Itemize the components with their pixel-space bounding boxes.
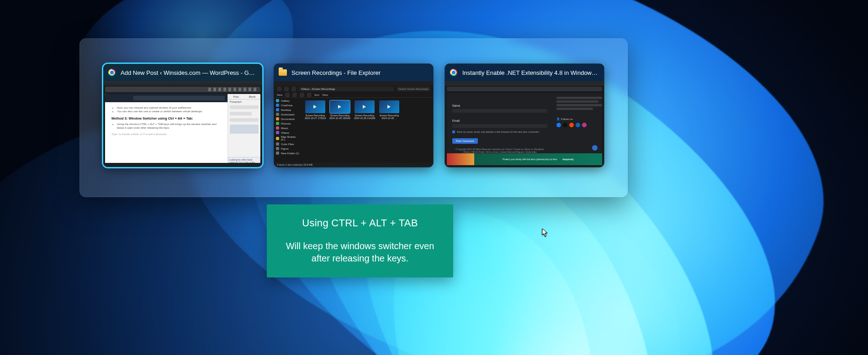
sidebar-link <box>556 97 602 99</box>
chrome-icon <box>450 68 458 77</box>
window-titlebar: Screen Recordings - File Explorer <box>274 64 433 81</box>
explorer-file-grid: Screen Recording 2024-10-27 173018Screen… <box>302 98 433 162</box>
file-item: Screen Recording 2024-10-28 214258 <box>354 100 376 120</box>
preview-hint: Type / to choose a block, or /? to add a… <box>111 133 221 136</box>
copyright: © Copyright 2024. All Rights Reserved | … <box>452 148 547 154</box>
ad-banner: Protect your family with the best cybers… <box>447 153 602 165</box>
file-item: Screen Recording 2024-10-28 192050 <box>329 100 351 120</box>
nav-item: Downloads <box>276 113 300 116</box>
toolbar-view: View <box>322 94 328 96</box>
sidebar-link <box>556 108 593 110</box>
window-title: Screen Recordings - File Explorer <box>291 69 429 76</box>
nav-item: Music <box>276 126 300 130</box>
status-bar: 4 items 1 item selected 18.8 MB <box>274 162 433 167</box>
window-preview: Name Email Save my name, email, and webs… <box>445 81 604 167</box>
forward-icon <box>284 87 289 91</box>
search-input: Search Screen Recordings <box>397 87 430 91</box>
preview-text: Using the shortcut CTRL + ALT + TAB keys… <box>117 122 221 130</box>
back-icon <box>277 87 281 91</box>
toolbar-sort: Sort <box>314 94 319 96</box>
scroll-to-top-button <box>592 145 598 151</box>
switcher-window-article[interactable]: Instantly Enable .NET Extensibility 4.8 … <box>445 64 604 167</box>
chrome-icon <box>108 68 116 77</box>
social-icons <box>556 123 598 127</box>
window-titlebar: Add New Post ‹ Winsides.com — WordPress … <box>103 64 262 81</box>
instruction-caption: Using CTRL + ALT + TAB Will keep the win… <box>267 204 453 277</box>
nav-item: Figma <box>276 147 300 150</box>
window-preview: Videos › Screen Recordings Search Screen… <box>274 81 433 167</box>
sidebar-tab: Post <box>228 94 244 99</box>
preview-text: Now, you can choose any opened window of… <box>117 106 221 110</box>
nav-item: Map Shares (F:) <box>276 136 300 141</box>
nav-item: New Folder (1) <box>276 151 300 155</box>
x-icon <box>563 123 567 127</box>
nav-item: Gallery <box>276 99 300 102</box>
form-checkbox: Save my name, email, and website in this… <box>452 131 547 133</box>
nav-item: Pictures <box>276 122 300 125</box>
preview-heading: Method 3: Window Switcher using Ctrl + A… <box>111 116 221 120</box>
breadcrumb: Videos › Screen Recordings <box>299 87 394 91</box>
task-switcher-panel: Add New Post ‹ Winsides.com — WordPress … <box>79 38 628 197</box>
toolbar-new: New <box>277 94 282 96</box>
form-label: Name <box>452 104 547 107</box>
submit-button: Post Comment <box>452 138 478 144</box>
nav-item: Videos <box>276 131 300 134</box>
sidebar-link <box>556 100 598 103</box>
explorer-nav: GalleryOneDriveDesktopDownloadsDocuments… <box>274 98 302 162</box>
switcher-window-wordpress[interactable]: Add New Post ‹ Winsides.com — WordPress … <box>103 64 262 167</box>
nav-item: Desktop <box>276 108 300 111</box>
sidebar-tab: Block <box>244 94 261 99</box>
nav-item: OneDrive <box>276 104 300 107</box>
file-item: Screen Recording 2024-10-28 … <box>378 100 400 120</box>
window-title: Add New Post ‹ Winsides.com — WordPress … <box>121 69 258 76</box>
folder-icon <box>279 68 287 77</box>
window-preview: Now, you can choose any opened window of… <box>103 81 262 167</box>
facebook-icon <box>556 123 561 127</box>
follow-label: 👤 Follow us: <box>556 117 598 120</box>
form-label: Email <box>452 119 547 122</box>
nav-item: Color Files <box>276 142 300 146</box>
linkedin-icon <box>576 123 580 127</box>
up-icon <box>291 87 296 91</box>
nav-item: Documents <box>276 117 300 120</box>
window-title: Instantly Enable .NET Extensibility 4.8 … <box>462 69 599 76</box>
caption-line-1: Using CTRL + ALT + TAB <box>302 217 418 229</box>
file-item: Screen Recording 2024-10-27 173018 <box>304 100 326 120</box>
sidebar-section: Paragraph <box>228 99 260 104</box>
switcher-window-file-explorer[interactable]: Screen Recordings - File Explorer Videos… <box>274 64 433 167</box>
instagram-icon <box>582 123 587 127</box>
caption-line-2: Will keep the windows switcher even afte… <box>279 240 441 265</box>
window-titlebar: Instantly Enable .NET Extensibility 4.8 … <box>445 64 604 81</box>
preview-text: You can also use this one to create or s… <box>117 110 221 113</box>
reddit-icon <box>569 123 574 127</box>
sidebar-link <box>556 104 602 106</box>
